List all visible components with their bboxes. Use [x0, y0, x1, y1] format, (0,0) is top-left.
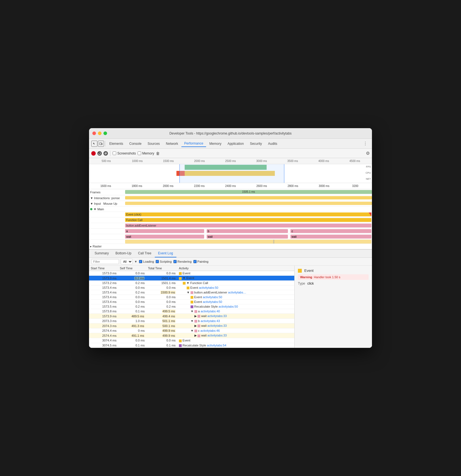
ruler2-mark-9: 3200 — [340, 184, 371, 188]
start-time-cell: 1573.4 ms — [89, 295, 118, 299]
table-row[interactable]: 1573.2 ms 0.2 ms 1501.1 ms ▼ Function Ca… — [89, 280, 294, 285]
table-row[interactable]: 1573.4 ms 0.0 ms 0.0 ms Event activityta… — [89, 295, 294, 299]
table-row[interactable]: 1573.4 ms 0.2 ms 1500.9 ms ▼ button.addE… — [89, 290, 294, 295]
tab-console[interactable]: Console — [126, 141, 144, 147]
memory-checkbox-label[interactable]: Memory — [138, 151, 154, 155]
table-row[interactable]: 3074.5 ms 0.1 ms 0.1 ms Recalculate Styl… — [89, 343, 294, 348]
tab-summary[interactable]: Summary — [91, 250, 112, 257]
table-row[interactable]: 2074.3 ms 491.3 ms 500.1 ms ▶ wait activ… — [89, 323, 294, 328]
table-row[interactable]: 1573.9 ms 489.5 ms 499.4 ms ▶ wait activ… — [89, 314, 294, 319]
event-log-table-container[interactable]: Start Time Self Time Total Time Activity… — [89, 266, 294, 348]
activity-link[interactable]: activitytabs:33 — [207, 324, 227, 327]
activity-color-icon — [191, 301, 193, 303]
table-row[interactable]: 1573.4 ms 0.0 ms 0.0 ms Event activityta… — [89, 285, 294, 290]
tab-application[interactable]: Application — [225, 141, 247, 147]
table-row[interactable]: 1573.8 ms 0.1 ms 499.5 ms ▼ a activityta… — [89, 309, 294, 314]
start-time-cell: 1573.5 ms — [89, 304, 118, 309]
tab-security[interactable]: Security — [247, 141, 265, 147]
timeline-selection[interactable] — [179, 164, 284, 183]
screenshots-checkbox-label[interactable]: Screenshots — [113, 151, 136, 155]
rendering-check[interactable]: ✓ Rendering — [173, 260, 192, 263]
total-time-cell: 499.4 ms — [146, 314, 177, 319]
loading-check[interactable]: ✓ Loading — [139, 260, 154, 263]
bottom-yellow-row — [89, 240, 372, 244]
more-tools-button[interactable]: ⋮ — [361, 140, 370, 147]
close-button[interactable] — [92, 131, 96, 135]
table-row[interactable]: 2574.4 ms 491.1 ms 499.9 ms ▶ wait activ… — [89, 333, 294, 338]
raster-row: ▸ Raster — [89, 244, 372, 249]
ruler-mark-6: 3000 ms — [246, 159, 277, 163]
trash-button[interactable]: 🗑 — [156, 151, 160, 156]
right-panel: Event Warning Handler took 1.50 s Type c… — [294, 266, 372, 348]
wait-row: wait wait wait — [89, 234, 372, 240]
tab-elements[interactable]: Elements — [107, 141, 126, 147]
event-info-section: Event Warning Handler took 1.50 s Type c… — [298, 269, 369, 285]
activity-link[interactable]: activitytabs:43 — [201, 319, 220, 323]
abc-row: a b c — [89, 229, 372, 234]
settings-button[interactable]: ⚙ — [366, 151, 370, 156]
table-row[interactable]: 2073.3 ms 1.0 ms 501.1 ms ▼ b activityta… — [89, 319, 294, 323]
bottom-content: Start Time Self Time Total Time Activity… — [89, 266, 372, 348]
activity-link[interactable]: activitytabs:50 — [203, 295, 222, 299]
tab-sources[interactable]: Sources — [145, 141, 163, 147]
inspect-element-button[interactable] — [91, 141, 97, 147]
maximize-button[interactable] — [103, 131, 107, 135]
activity-link[interactable]: activitytabs:33 — [207, 314, 227, 318]
tab-memory[interactable]: Memory — [207, 141, 224, 147]
clear-button[interactable] — [103, 151, 108, 156]
tab-network[interactable]: Network — [163, 141, 181, 147]
tab-bottom-up[interactable]: Bottom-Up — [112, 250, 135, 257]
total-time-cell: 501.1 ms — [146, 319, 177, 323]
record-button[interactable] — [91, 151, 96, 156]
table-row[interactable]: 1573.4 ms 0.0 ms 0.0 ms Event activityta… — [89, 299, 294, 304]
activity-link[interactable]: activitytabs:33 — [207, 334, 227, 337]
filter-select[interactable]: All — [121, 259, 133, 264]
table-row[interactable]: 1573.5 ms 0.2 ms 0.2 ms Recalculate Styl… — [89, 304, 294, 309]
table-row[interactable]: 3074.4 ms 0.0 ms 0.0 ms Event — [89, 338, 294, 343]
ruler2-mark-2: 1800 ms — [121, 184, 152, 188]
minimize-button[interactable] — [98, 131, 102, 135]
self-time-cell: 0.0 ms — [118, 271, 146, 276]
start-time-cell: 1573.4 ms — [89, 299, 118, 304]
tab-audits[interactable]: Audits — [265, 141, 280, 147]
col-start-time: Start Time — [89, 266, 118, 271]
screenshots-checkbox[interactable] — [113, 151, 116, 155]
type-row: Type click — [298, 282, 369, 285]
self-time-cell: 491.3 ms — [118, 323, 146, 328]
activity-link[interactable]: activitytabs:50 — [199, 286, 218, 289]
start-time-cell: 1573.0 ms — [89, 276, 118, 280]
activity-link[interactable]: activitytabs:40 — [201, 310, 220, 313]
scripting-check[interactable]: ✓ Scripting — [156, 260, 172, 263]
titlebar: Developer Tools - https://googlechrome.g… — [89, 128, 372, 139]
tab-event-log[interactable]: Event Log — [155, 250, 176, 257]
net-label: NET — [366, 178, 371, 180]
painting-check[interactable]: ✓ Painting — [193, 260, 209, 263]
activity-link[interactable]: activitytabs… — [228, 291, 246, 294]
filter-dropdown-arrow[interactable]: ▼ — [134, 260, 137, 263]
activity-link[interactable]: activitytabs:46 — [201, 329, 220, 332]
activity-link[interactable]: activitytabs:50 — [203, 300, 222, 303]
filter-input[interactable] — [91, 259, 119, 264]
ruler-mark-5: 2500 ms — [215, 159, 246, 163]
device-toggle-button[interactable] — [98, 141, 104, 147]
memory-checkbox[interactable] — [138, 151, 141, 155]
activity-cell: Event activitytabs:50 — [177, 285, 294, 290]
table-row[interactable]: 2574.4 ms 0 ms 499.9 ms ▼ c activitytabs… — [89, 328, 294, 333]
table-row[interactable]: 1573.0 ms 0.0 ms 0.0 ms Event — [89, 271, 294, 276]
self-time-cell: 489.5 ms — [118, 314, 146, 319]
start-time-cell: 1573.4 ms — [89, 285, 118, 290]
table-row[interactable]: 1573.0 ms 0.2 ms 1501.4 ms ▼ Event — [89, 276, 294, 280]
activity-link[interactable]: activitytabs:54 — [207, 344, 226, 347]
activity-link[interactable]: activitytabs:50 — [219, 305, 238, 308]
tab-call-tree[interactable]: Call Tree — [135, 250, 155, 257]
performance-subtoolbar: Screenshots Memory 🗑 ⚙ — [89, 149, 372, 158]
activity-cell: ▼ Event — [177, 276, 294, 280]
tab-performance[interactable]: Performance — [181, 140, 206, 147]
input-row: ▼ Input Mouse Up — [89, 201, 372, 206]
reload-record-button[interactable] — [97, 151, 102, 156]
col-self-time: Self Time — [118, 266, 146, 271]
traffic-lights — [92, 131, 107, 135]
filter-bar: All ▼ ✓ Loading ✓ Scripting ✓ Rendering … — [89, 258, 372, 266]
ruler2-mark-4: 2200 ms — [184, 184, 215, 188]
activity-cell: ▶ wait activitytabs:33 — [177, 314, 294, 319]
